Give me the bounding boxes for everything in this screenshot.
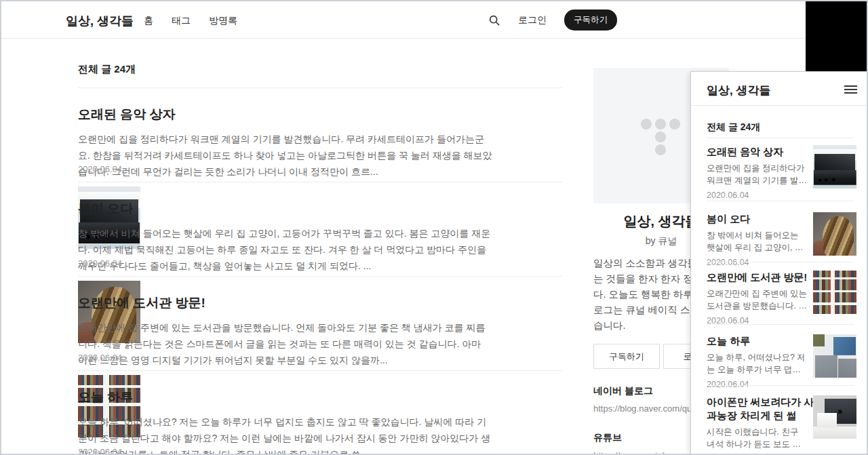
panel-post-item[interactable]: 오늘 하루 오늘 하루, 어떠셨나요? 저는 오늘 하루가 너무 덥지도 춥지도…	[707, 334, 854, 389]
panel-post-count-label: 전체 글 24개	[707, 121, 760, 134]
post-title[interactable]: 오랜만에 도서관 방문!	[707, 271, 808, 284]
post-list-item[interactable]: 오늘 하루 오늘 하루, 어떠셨나요? 저는 오늘 하루가 너무 덥지도 춥지도…	[78, 379, 562, 455]
post-excerpt: 시작은 이랬습니다. 친구 녀석 하나가 듣도 보도 못한 휴대폰 하나를 가져…	[707, 427, 808, 450]
black-corner-region	[806, 1, 867, 71]
post-count-label: 전체 글 24개	[78, 63, 136, 76]
search-icon[interactable]	[488, 14, 500, 26]
subscribe-button[interactable]: 구독하기	[564, 9, 617, 31]
post-date: 2020.06.04	[78, 353, 122, 363]
post-date: 2020.06.04	[78, 164, 122, 174]
post-excerpt: 오랜만에 집을 정리하다가 워크맨 계열의 기기를 발견했습니다. 무려 카세트…	[78, 131, 493, 180]
panel-post-item[interactable]: 오래된 음악 상자 오랜만에 집을 정리하다가 워크맨 계열의 기기를 발견했습…	[707, 145, 854, 200]
cassette-player-thumbnail[interactable]	[813, 145, 856, 189]
post-date: 2020.06.04	[707, 191, 854, 200]
divider	[707, 138, 854, 138]
post-excerpt: 창 밖에서 비쳐 들어오는 햇살에 우리 집 고양이, 고등어가 꾸벅꾸벅 졸고…	[78, 225, 493, 274]
divider	[707, 201, 854, 201]
panel-post-item[interactable]: 아이폰만 써보려다가 사과농장 차리게 된 썰 시작은 이랬습니다. 친구 녀석…	[707, 395, 854, 455]
cat-thumbnail[interactable]	[813, 212, 856, 256]
panel-blog-title[interactable]: 일상, 생각들	[707, 83, 770, 98]
post-excerpt: 오랜만에 집을 정리하다가 워크맨 계열의 기기를 발견했습니다. 무려 카세트…	[707, 163, 808, 186]
divider	[78, 276, 562, 277]
main-nav: 홈 태그 방명록	[144, 15, 237, 27]
divider	[707, 385, 854, 386]
divider	[78, 87, 562, 88]
divider	[78, 370, 562, 371]
post-title[interactable]: 봄이 오다	[78, 191, 485, 218]
divider	[78, 182, 562, 182]
divider	[707, 262, 854, 262]
blog-brand-title[interactable]: 일상, 생각들	[66, 13, 134, 29]
post-list-item[interactable]: 오랜만에 도서관 방문! 오래간만에 집 주변에 있는 도서관을 방문했습니다.…	[78, 285, 562, 370]
login-link[interactable]: 로그인	[518, 14, 547, 26]
post-excerpt: 오래간만에 집 주변에 있는 도서관을 방문했습니다. 언제 돌아와도 기분 좋…	[78, 319, 493, 368]
post-title[interactable]: 오래된 음악 상자	[78, 96, 485, 123]
post-title[interactable]: 오래된 음악 상자	[707, 145, 808, 159]
post-excerpt: 오늘 하루, 어떠셨나요? 저는 오늘 하루가 너무 덥지도 춥지도 않고 딱 …	[78, 414, 493, 455]
post-date: 2020.06.04	[78, 258, 122, 269]
post-title[interactable]: 오랜만에 도서관 방문!	[78, 285, 485, 312]
top-header: 일상, 생각들 홈 태그 방명록 로그인 구독하기	[1, 1, 867, 39]
post-date: 2020.06.04	[707, 258, 854, 267]
header-actions: 로그인 구독하기	[488, 1, 617, 39]
nav-item-guestbook[interactable]: 방명록	[209, 15, 237, 27]
post-date: 2020.06.04	[78, 447, 122, 455]
divider	[707, 324, 854, 325]
bookshelf-thumbnail[interactable]	[813, 271, 856, 314]
panel-post-item[interactable]: 봄이 오다 창 밖에서 비쳐 들어오는 햇살에 우리 집 고양이, 고등어가 꾸…	[707, 212, 854, 267]
post-list-item[interactable]: 봄이 오다 창 밖에서 비쳐 들어오는 햇살에 우리 집 고양이, 고등어가 꾸…	[78, 191, 562, 276]
post-title[interactable]: 아이폰만 써보려다가 사과농장 차리게 된 썰	[707, 395, 815, 422]
sidebar-subscribe-button[interactable]: 구독하기	[593, 344, 660, 369]
mobile-preview-panel: 일상, 생각들 전체 글 24개 오래된 음악 상자 오랜만에 집을 정리하다가…	[690, 71, 868, 455]
post-excerpt: 창 밖에서 비쳐 들어오는 햇살에 우리 집 고양이, 고등어가 꾸벅꾸벅 졸고…	[707, 230, 808, 254]
hamburger-icon[interactable]	[844, 85, 857, 94]
divider	[691, 105, 868, 106]
post-date: 2020.06.04	[707, 380, 854, 389]
blog-window: 일상, 생각들 홈 태그 방명록 로그인 구독하기 전체 글 24개 오래된 음…	[0, 0, 868, 455]
post-title[interactable]: 봄이 오다	[707, 212, 808, 226]
post-excerpt: 오늘 하루, 어떠셨나요? 저는 오늘 하루가 너무 덥지도 춥지도 않고 딱 …	[707, 352, 808, 376]
panel-post-item[interactable]: 오랜만에 도서관 방문! 오래간만에 집 주변에 있는 도서관을 방문했습니다.…	[707, 271, 854, 325]
nav-item-home[interactable]: 홈	[144, 15, 153, 27]
nav-item-tags[interactable]: 태그	[172, 15, 191, 27]
post-title[interactable]: 오늘 하루	[707, 334, 808, 348]
post-list-item[interactable]: 오래된 음악 상자 오랜만에 집을 정리하다가 워크맨 계열의 기기를 발견했습…	[78, 96, 562, 182]
post-title[interactable]: 오늘 하루	[78, 379, 485, 406]
notebooks-thumbnail[interactable]	[813, 334, 856, 378]
apple-products-thumbnail[interactable]	[813, 395, 856, 439]
post-excerpt: 오래간만에 집 주변에 있는 도서관을 방문했습니다. 언제 돌아와도 기분 좋…	[707, 288, 808, 312]
